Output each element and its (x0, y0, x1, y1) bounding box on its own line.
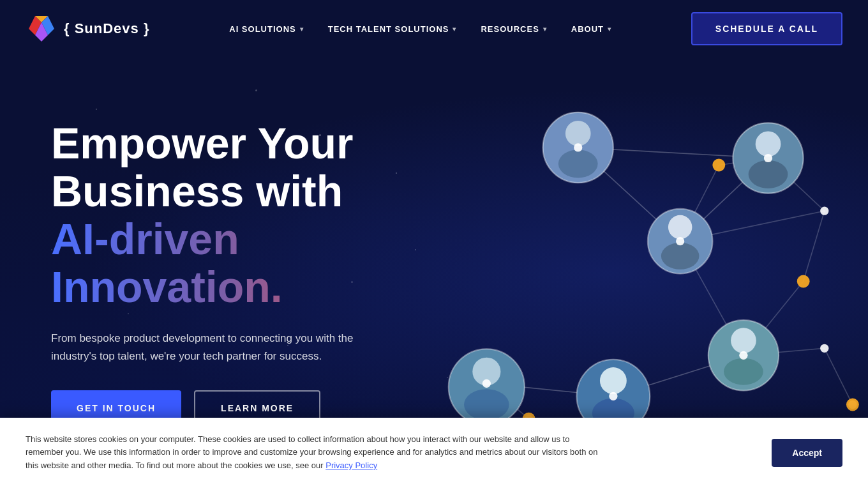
svg-point-28 (558, 149, 598, 178)
chevron-icon: ▾ (300, 26, 304, 33)
nav-link-tech[interactable]: TECH TALENT SOLUTIONS ▾ (319, 18, 466, 40)
svg-line-18 (680, 165, 719, 241)
svg-point-36 (472, 358, 500, 386)
nav-item-ai[interactable]: AI SOLUTIONS ▾ (220, 18, 312, 40)
svg-point-43 (724, 358, 763, 385)
svg-point-54 (797, 275, 810, 288)
logo-text: { SunDevs } (64, 20, 150, 37)
nav-item-resources[interactable]: RESOURCES ▾ (472, 18, 555, 40)
schedule-call-button[interactable]: SCHEDULE A CALL (691, 12, 842, 45)
svg-point-41 (708, 320, 779, 390)
svg-point-32 (648, 209, 712, 273)
logo[interactable]: { SunDevs } (26, 13, 150, 45)
nav-item-about[interactable]: ABOUT ▾ (562, 18, 620, 40)
svg-point-33 (668, 215, 692, 239)
nav-links: AI SOLUTIONS ▾ TECH TALENT SOLUTIONS ▾ R… (220, 18, 620, 40)
svg-line-10 (804, 211, 825, 281)
chevron-icon: ▾ (608, 26, 611, 33)
svg-point-52 (848, 400, 857, 409)
svg-line-12 (744, 282, 804, 356)
svg-point-26 (543, 112, 613, 183)
chevron-icon: ▾ (453, 26, 456, 33)
svg-point-23 (450, 351, 523, 424)
svg-point-27 (565, 121, 591, 146)
nav-link-ai[interactable]: AI SOLUTIONS ▾ (220, 18, 312, 40)
svg-line-8 (768, 158, 825, 211)
svg-point-55 (712, 159, 725, 172)
hero-subtitle: From bespoke product development to conn… (51, 330, 396, 364)
chevron-icon: ▾ (543, 26, 547, 33)
svg-point-50 (739, 351, 747, 360)
hero-title-accent: AI-driven Innovation. (51, 215, 396, 311)
cookie-banner: This website stores cookies on your comp… (0, 418, 868, 488)
svg-point-21 (735, 125, 802, 192)
nav-item-tech[interactable]: TECH TALENT SOLUTIONS ▾ (319, 18, 466, 40)
svg-point-56 (846, 399, 859, 411)
hero-title-line2: Business with (51, 167, 396, 215)
navbar: { SunDevs } AI SOLUTIONS ▾ TECH TALENT S… (0, 0, 868, 57)
hero-title-line1: Empower Your (51, 119, 396, 167)
svg-point-39 (600, 367, 627, 394)
svg-line-17 (486, 383, 528, 418)
svg-point-42 (731, 328, 756, 353)
svg-line-9 (680, 211, 825, 241)
svg-line-14 (825, 348, 853, 404)
svg-point-31 (749, 160, 788, 188)
privacy-policy-link[interactable]: Privacy Policy (326, 461, 377, 470)
svg-line-5 (578, 148, 768, 158)
svg-point-30 (756, 132, 781, 157)
svg-line-15 (486, 383, 613, 396)
svg-line-19 (719, 158, 768, 165)
nav-link-about[interactable]: ABOUT ▾ (562, 18, 620, 40)
svg-point-37 (464, 389, 509, 420)
svg-point-46 (676, 237, 684, 245)
svg-point-35 (449, 349, 525, 425)
svg-point-48 (483, 379, 491, 388)
svg-point-34 (661, 243, 700, 270)
svg-point-51 (820, 344, 828, 353)
svg-point-47 (820, 207, 828, 215)
svg-point-44 (574, 143, 582, 151)
svg-point-49 (609, 392, 617, 400)
hero-content: Empower Your Business with AI-driven Inn… (0, 81, 447, 464)
svg-point-22 (648, 210, 712, 273)
svg-line-7 (680, 158, 768, 241)
svg-point-20 (544, 114, 612, 181)
svg-line-16 (613, 355, 744, 396)
logo-icon (26, 13, 57, 45)
svg-point-25 (710, 321, 777, 389)
accept-cookies-button[interactable]: Accept (772, 439, 842, 467)
svg-point-45 (764, 154, 772, 162)
svg-line-6 (578, 148, 680, 241)
svg-line-13 (744, 348, 825, 355)
svg-point-29 (733, 123, 803, 193)
svg-line-11 (680, 241, 744, 356)
cookie-text: This website stores cookies on your comp… (26, 433, 600, 473)
nav-link-resources[interactable]: RESOURCES ▾ (472, 18, 555, 40)
